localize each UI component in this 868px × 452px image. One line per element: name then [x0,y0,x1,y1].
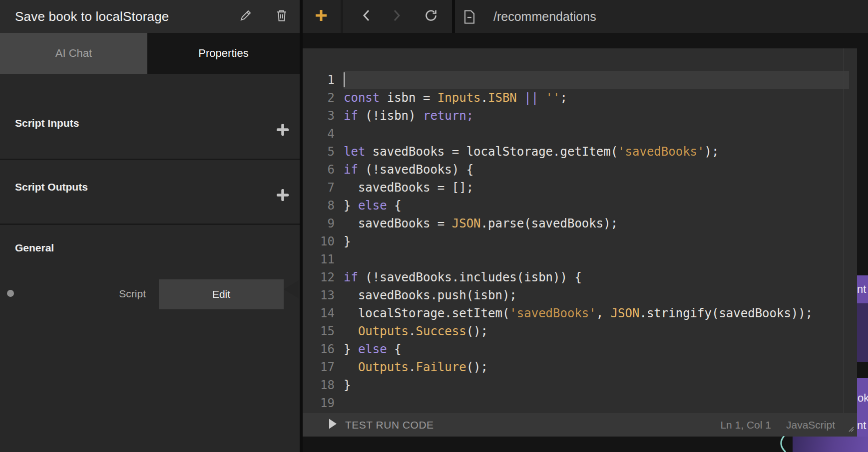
line-number: 13 [303,286,335,304]
code-line: 4 [303,125,857,143]
code-line: 1 [303,71,857,89]
line-number: 16 [303,340,335,358]
properties-panel: Save book to localStorage AI Chat Proper… [0,0,300,452]
editor-region: /recommendations 12const isbn = Inputs.I… [303,0,868,452]
chevron-right-icon [393,8,402,24]
rename-button[interactable] [236,6,256,26]
line-number: 12 [303,268,335,286]
code-area[interactable]: 12const isbn = Inputs.ISBN || '';3if (!i… [303,48,857,413]
code-text: if (!savedBooks.includes(isbn)) { [344,268,582,286]
code-editor-panel: 12const isbn = Inputs.ISBN || '';3if (!i… [303,48,857,437]
code-line: 9 savedBooks = JSON.parse(savedBooks); [303,215,857,232]
script-outputs-heading: Script Outputs [15,181,88,194]
language-label: JavaScript [786,419,835,431]
line-number: 4 [303,125,335,143]
canvas-purple-area[interactable] [793,437,868,452]
plus-icon [277,124,289,138]
line-number: 1 [303,71,335,89]
refresh-button[interactable] [421,6,441,26]
line-number: 2 [303,89,335,107]
editor-scroll-gutter [844,48,844,413]
code-line: 6if (!savedBooks) { [303,161,857,179]
canvas-fragment-label: ok [858,392,868,405]
nav-divider [341,0,343,33]
play-icon [329,419,337,431]
canvas-element-fragment[interactable]: nt [857,275,868,303]
code-lines: 12const isbn = Inputs.ISBN || '';3if (!i… [303,48,857,412]
code-text: savedBooks = JSON.parse(savedBooks); [344,215,618,232]
code-line: 2const isbn = Inputs.ISBN || ''; [303,89,857,107]
script-property-label: Script [70,288,146,300]
workflow-title: Save book to localStorage [15,0,169,33]
code-line: 19 [303,394,857,412]
code-line: 11 [303,250,857,268]
editor-footer: TEST RUN CODE Ln 1, Col 1 JavaScript [303,413,857,437]
test-run-code-label: TEST RUN CODE [345,419,434,431]
forward-button[interactable] [387,6,407,26]
code-line: 13 savedBooks.push(isbn); [303,286,857,304]
canvas-teal-curve [775,436,795,452]
add-page-button[interactable] [311,6,331,26]
back-button[interactable] [356,6,376,26]
active-line-highlight [344,71,849,89]
nav-divider [452,0,455,33]
code-line: 12if (!savedBooks.includes(isbn)) { [303,268,857,286]
general-heading: General [15,241,54,254]
refresh-icon [424,8,438,24]
resize-handle[interactable] [846,424,855,435]
canvas-fragment-label: nt [857,283,866,296]
code-line: 10} [303,232,857,250]
code-text: } else { [344,197,402,215]
line-number: 10 [303,232,335,250]
edit-script-button[interactable]: Edit [159,279,284,309]
code-text: let savedBooks = localStorage.getItem('s… [344,143,719,161]
canvas-element-fragment[interactable]: ok nt [857,378,868,437]
code-line: 14 localStorage.setItem('savedBooks', JS… [303,304,857,322]
delete-button[interactable] [272,6,292,26]
line-number: 11 [303,250,335,268]
line-number: 18 [303,376,335,394]
text-caret [344,72,345,87]
line-number: 7 [303,179,335,197]
test-run-code-button[interactable]: TEST RUN CODE [329,419,434,431]
code-line: 18} [303,376,857,394]
tab-ai-chat[interactable]: AI Chat [0,33,147,74]
line-number: 3 [303,107,335,125]
chevron-left-icon [362,8,371,24]
code-line: 8} else { [303,197,857,215]
page-path[interactable]: /recommendations [493,0,596,33]
code-text: Outputs.Success(); [344,322,488,340]
panel-tabs: AI Chat Properties [0,33,300,74]
code-line: 5let savedBooks = localStorage.getItem('… [303,143,857,161]
line-number: 5 [303,143,335,161]
code-text: if (!savedBooks) { [344,161,473,179]
plus-icon [277,189,289,203]
tab-properties[interactable]: Properties [147,33,300,74]
code-text: } [344,376,351,394]
pencil-icon [239,9,252,24]
section-divider [0,224,300,225]
code-text: savedBooks.push(isbn); [344,286,517,304]
line-number: 9 [303,215,335,232]
trash-icon [276,9,288,24]
code-text: } else { [344,340,402,358]
panel-header: Save book to localStorage [0,0,300,33]
code-text: Outputs.Failure(); [344,358,488,376]
line-number: 14 [303,304,335,322]
canvas-element-shadow [857,303,868,362]
line-number: 17 [303,358,335,376]
line-number: 15 [303,322,335,340]
code-line: 16} else { [303,340,857,358]
line-number: 19 [303,394,335,412]
line-number: 6 [303,161,335,179]
code-text: savedBooks = []; [344,179,473,197]
code-line: 15 Outputs.Success(); [303,322,857,340]
top-nav-bar: /recommendations [303,0,868,33]
code-line: 17 Outputs.Failure(); [303,358,857,376]
code-text: } [344,232,351,250]
cursor-position: Ln 1, Col 1 [720,419,771,431]
add-script-input-button[interactable] [274,122,292,140]
code-text: if (!isbn) return; [344,107,473,125]
add-script-output-button[interactable] [274,187,292,205]
code-line: 7 savedBooks = []; [303,179,857,197]
